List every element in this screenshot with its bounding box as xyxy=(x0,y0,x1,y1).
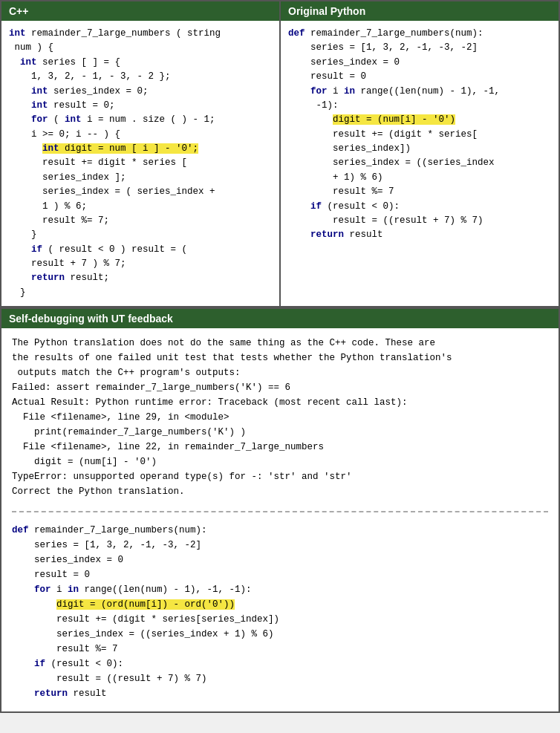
py-line-11: result %= 7 xyxy=(288,186,394,197)
corr-line-6: digit = (ord(num[i]) - ord('0')) xyxy=(12,599,235,610)
cpp-code-line-3: int series [ ] = { xyxy=(9,57,120,68)
cpp-panel: C++ int remainder_7_large_numbers ( stri… xyxy=(1,1,281,306)
cpp-panel-header: C++ xyxy=(1,1,279,21)
cpp-code-line-14: result %= 7; xyxy=(9,215,109,226)
cpp-code-line-7: for ( int i = num . size ( ) - 1; xyxy=(9,114,215,125)
py-line-12: if (result < 0): xyxy=(288,201,400,212)
self-debug-title: Self-debugging with UT feedback xyxy=(9,313,173,325)
corr-line-1: def remainder_7_large_numbers(num): xyxy=(12,525,207,535)
debug-feedback-text: The Python translation does not do the s… xyxy=(1,328,559,506)
cpp-code-line-8: i >= 0; i -- ) { xyxy=(9,129,120,140)
cpp-code-line-1: int remainder_7_large_numbers ( string xyxy=(9,28,221,39)
cpp-code-line-5: int series_index = 0; xyxy=(9,86,149,97)
corr-line-5: for i in range((len(num) - 1), -1, -1): xyxy=(12,584,252,595)
top-panels-container: C++ int remainder_7_large_numbers ( stri… xyxy=(0,0,560,307)
cpp-code-line-10: result += digit * series [ xyxy=(9,157,187,168)
python-panel: Original Python def remainder_7_large_nu… xyxy=(281,1,559,306)
corr-line-10: if (result < 0): xyxy=(12,659,123,669)
corr-line-9: result %= 7 xyxy=(12,644,118,654)
cpp-code-line-9: int digit = num [ i ] - '0'; xyxy=(9,143,198,154)
py-line-5: for i in range((len(num) - 1), -1, xyxy=(288,86,500,97)
py-line-6: digit = (num[i] - '0') xyxy=(288,114,455,125)
cpp-code-line-2: num ) { xyxy=(9,42,53,53)
corrected-code-block: def remainder_7_large_numbers(num): seri… xyxy=(1,517,559,711)
py-line-4: result = 0 xyxy=(288,71,366,82)
cpp-code-line-4: 1, 3, 2, - 1, - 3, - 2 }; xyxy=(9,71,171,82)
cpp-code-line-11: series_index ]; xyxy=(9,172,126,183)
corr-line-7: result += (digit * series[series_index]) xyxy=(12,614,279,625)
cpp-code-line-15: } xyxy=(9,229,37,240)
py-line-3: series_index = 0 xyxy=(288,57,400,68)
self-debug-header: Self-debugging with UT feedback xyxy=(1,309,559,328)
cpp-code-line-18: return result; xyxy=(9,273,109,283)
cpp-code-block: int remainder_7_large_numbers ( string n… xyxy=(1,21,279,306)
py-line-5b: -1): xyxy=(288,100,339,111)
cpp-code-line-13: 1 ) % 6; xyxy=(9,201,87,212)
py-line-8: series_index]) xyxy=(288,143,411,154)
cpp-code-line-6: int result = 0; xyxy=(9,100,115,111)
cpp-code-line-19: } xyxy=(9,287,26,298)
cpp-code-line-12: series_index = ( series_index + xyxy=(9,186,215,197)
corr-line-8: series_index = ((series_index + 1) % 6) xyxy=(12,629,274,639)
self-debug-section: Self-debugging with UT feedback The Pyth… xyxy=(0,307,560,713)
section-divider xyxy=(12,511,548,512)
corr-line-3: series_index = 0 xyxy=(12,555,123,565)
py-line-1: def remainder_7_large_numbers(num): xyxy=(288,28,484,39)
python-title: Original Python xyxy=(288,5,365,17)
py-line-7: result += (digit * series[ xyxy=(288,129,478,140)
cpp-code-line-16: if ( result < 0 ) result = ( xyxy=(9,244,187,255)
py-line-9: series_index = ((series_index xyxy=(288,157,495,168)
py-line-2: series = [1, 3, 2, -1, -3, -2] xyxy=(288,42,478,53)
corr-line-11: result = ((result + 7) % 7) xyxy=(12,674,207,684)
python-panel-header: Original Python xyxy=(281,1,559,21)
corr-line-2: series = [1, 3, 2, -1, -3, -2] xyxy=(12,540,201,550)
cpp-title: C++ xyxy=(9,5,28,17)
python-code-block: def remainder_7_large_numbers(num): seri… xyxy=(281,21,559,249)
corr-line-12: return result xyxy=(12,688,107,699)
py-line-10: + 1) % 6) xyxy=(288,172,383,183)
corr-line-4: result = 0 xyxy=(12,570,90,580)
cpp-code-line-17: result + 7 ) % 7; xyxy=(9,258,126,269)
py-line-14: return result xyxy=(288,229,383,240)
py-line-13: result = ((result + 7) % 7) xyxy=(288,215,484,226)
